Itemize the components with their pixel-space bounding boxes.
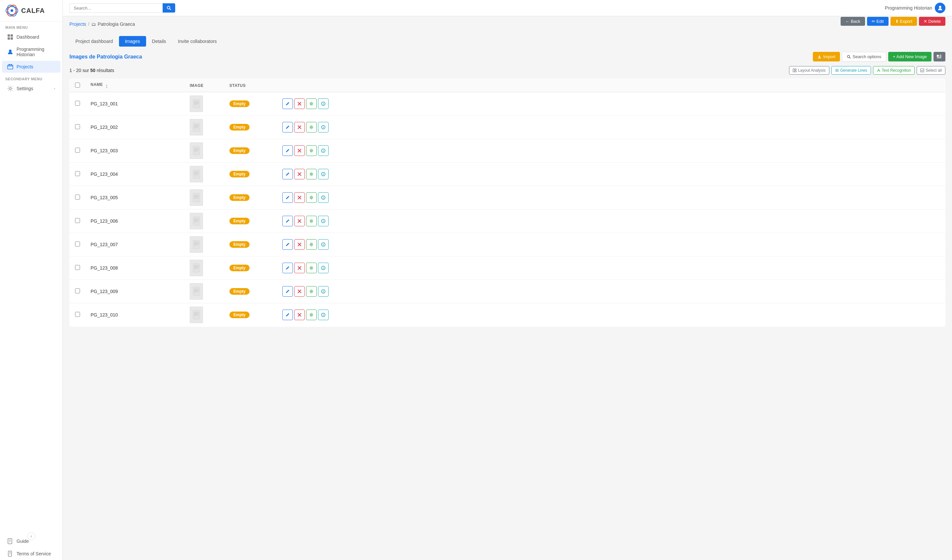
row-actions-cell — [277, 186, 945, 210]
svg-point-140 — [323, 313, 324, 314]
breadcrumb-projects-link[interactable]: Projects — [70, 22, 86, 27]
row-delete-button[interactable] — [294, 99, 305, 109]
row-image-thumb — [190, 96, 203, 112]
import-button[interactable]: Import — [813, 52, 840, 62]
generate-lines-button[interactable]: Generate Lines — [831, 66, 871, 75]
svg-point-8 — [9, 49, 12, 52]
row-status-cell: Empty — [224, 280, 277, 303]
row-info-button[interactable] — [318, 145, 329, 156]
row-settings-button[interactable] — [306, 145, 317, 156]
text-recognition-button[interactable]: Text Recognition — [873, 66, 915, 75]
select-all-button[interactable]: Select all — [916, 66, 945, 75]
row-settings-button[interactable] — [306, 122, 317, 133]
row-delete-button[interactable] — [294, 122, 305, 133]
row-checkbox[interactable] — [75, 312, 80, 317]
row-delete-button[interactable] — [294, 216, 305, 226]
row-info-button[interactable] — [318, 286, 329, 297]
row-settings-button[interactable] — [306, 99, 317, 109]
edit-button[interactable]: ✏ Edit — [867, 17, 889, 26]
tab-details[interactable]: Details — [146, 36, 172, 46]
row-image-cell — [184, 210, 224, 233]
svg-rect-64 — [193, 170, 199, 178]
add-new-image-button[interactable]: + Add New Image — [888, 52, 932, 62]
row-action-buttons — [282, 192, 940, 203]
row-edit-button[interactable] — [282, 216, 293, 226]
sidebar-item-dashboard[interactable]: Dashboard — [2, 31, 60, 43]
tab-images[interactable]: Images — [119, 36, 146, 46]
row-checkbox[interactable] — [75, 242, 80, 247]
row-info-button[interactable] — [318, 216, 329, 226]
tab-project-dashboard[interactable]: Project dashboard — [70, 36, 119, 46]
row-delete-button[interactable] — [294, 145, 305, 156]
svg-point-71 — [311, 173, 312, 175]
row-edit-button[interactable] — [282, 169, 293, 179]
status-badge: Empty — [229, 100, 250, 107]
row-delete-button[interactable] — [294, 263, 305, 273]
select-all-checkbox[interactable] — [75, 83, 80, 88]
row-settings-button[interactable] — [306, 192, 317, 203]
row-delete-button[interactable] — [294, 286, 305, 297]
row-info-button[interactable] — [318, 239, 329, 250]
row-checkbox[interactable] — [75, 288, 80, 293]
row-edit-button[interactable] — [282, 239, 293, 250]
row-settings-button[interactable] — [306, 263, 317, 273]
row-info-button[interactable] — [318, 192, 329, 203]
programming-historian-label: Programming Historian — [17, 46, 55, 57]
row-info-button[interactable] — [318, 99, 329, 109]
row-delete-button[interactable] — [294, 239, 305, 250]
row-checkbox[interactable] — [75, 194, 80, 199]
sidebar-collapse-button[interactable]: ‹ — [28, 532, 36, 540]
svg-rect-10 — [9, 64, 10, 65]
row-image-cell — [184, 303, 224, 327]
tab-invite-collaborators[interactable]: Invite collaborators — [172, 36, 223, 46]
sidebar-item-terms[interactable]: Terms of Service — [2, 548, 60, 560]
row-info-button[interactable] — [318, 310, 329, 320]
row-status-cell: Empty — [224, 256, 277, 280]
row-delete-button[interactable] — [294, 169, 305, 179]
row-actions-cell — [277, 92, 945, 116]
row-settings-button[interactable] — [306, 310, 317, 320]
row-settings-button[interactable] — [306, 216, 317, 226]
delete-button[interactable]: ✕ Delete — [919, 17, 945, 26]
row-checkbox-cell — [70, 116, 86, 139]
row-edit-button[interactable] — [282, 263, 293, 273]
main-area: Programming Historian Projects / 🗂 Patro… — [63, 0, 952, 560]
row-settings-button[interactable] — [306, 169, 317, 179]
search-button[interactable] — [162, 3, 175, 12]
name-sort-icon[interactable] — [105, 84, 108, 88]
view-toggle-button[interactable] — [933, 52, 945, 62]
row-settings-button[interactable] — [306, 239, 317, 250]
terms-label: Terms of Service — [17, 551, 51, 556]
row-edit-button[interactable] — [282, 192, 293, 203]
sidebar-item-settings[interactable]: Settings › — [2, 83, 60, 94]
row-info-button[interactable] — [318, 263, 329, 273]
breadcrumb-folder-icon: 🗂 — [91, 22, 96, 27]
calfa-logo-icon — [5, 4, 19, 17]
row-checkbox[interactable] — [75, 171, 80, 176]
row-edit-button[interactable] — [282, 286, 293, 297]
search-options-button[interactable]: Search options — [842, 52, 886, 62]
row-edit-button[interactable] — [282, 122, 293, 133]
row-edit-button[interactable] — [282, 99, 293, 109]
row-settings-button[interactable] — [306, 286, 317, 297]
breadcrumb: Projects / 🗂 Patrologia Graeca — [70, 22, 135, 27]
row-checkbox[interactable] — [75, 218, 80, 223]
row-edit-button[interactable] — [282, 310, 293, 320]
row-checkbox[interactable] — [75, 124, 80, 129]
row-checkbox-cell — [70, 186, 86, 210]
row-checkbox[interactable] — [75, 265, 80, 270]
sidebar-item-projects[interactable]: Projects — [2, 61, 60, 73]
export-button[interactable]: ⬆ Export — [890, 17, 917, 26]
row-status-cell: Empty — [224, 210, 277, 233]
sidebar-item-programming-historian[interactable]: Programming Historian — [2, 43, 60, 60]
layout-analysis-button[interactable]: Layout Analysis — [789, 66, 829, 75]
row-edit-button[interactable] — [282, 145, 293, 156]
row-info-button[interactable] — [318, 122, 329, 133]
row-checkbox[interactable] — [75, 148, 80, 153]
search-input[interactable] — [70, 3, 162, 13]
row-info-button[interactable] — [318, 169, 329, 179]
row-delete-button[interactable] — [294, 192, 305, 203]
row-checkbox[interactable] — [75, 101, 80, 106]
row-delete-button[interactable] — [294, 310, 305, 320]
back-button[interactable]: ← Back — [841, 17, 865, 26]
